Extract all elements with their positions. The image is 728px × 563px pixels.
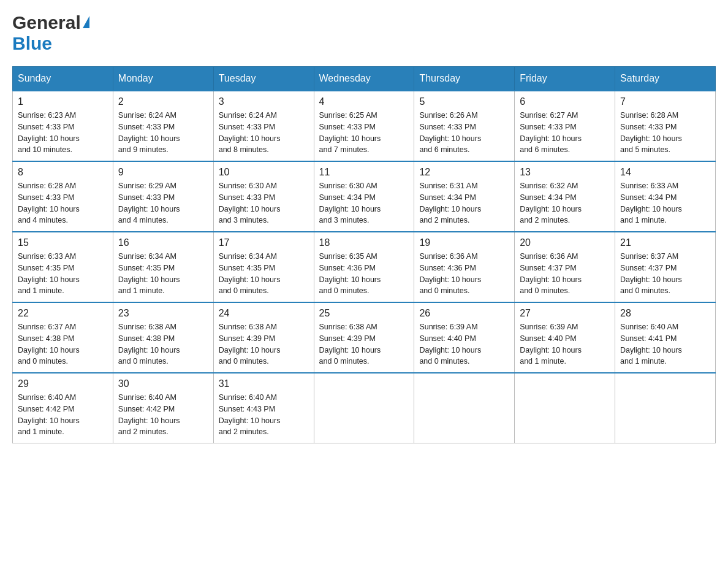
day-number: 3	[219, 96, 309, 107]
day-number: 22	[18, 308, 108, 319]
day-info: Sunrise: 6:27 AMSunset: 4:33 PMDaylight:…	[520, 110, 610, 156]
logo-triangle-icon	[83, 16, 89, 28]
day-number: 17	[219, 237, 309, 248]
day-info: Sunrise: 6:39 AMSunset: 4:40 PMDaylight:…	[520, 321, 610, 367]
page-header: General Blue	[12, 12, 716, 54]
calendar-cell: 5Sunrise: 6:26 AMSunset: 4:33 PMDaylight…	[414, 91, 515, 161]
day-info: Sunrise: 6:34 AMSunset: 4:35 PMDaylight:…	[219, 251, 309, 297]
day-number: 23	[118, 308, 208, 319]
logo-general-text: General	[12, 12, 81, 33]
calendar-cell: 29Sunrise: 6:40 AMSunset: 4:42 PMDayligh…	[13, 373, 113, 443]
day-info: Sunrise: 6:33 AMSunset: 4:34 PMDaylight:…	[620, 180, 710, 226]
day-header-thursday: Thursday	[414, 67, 515, 91]
day-number: 16	[118, 237, 208, 248]
day-info: Sunrise: 6:33 AMSunset: 4:35 PMDaylight:…	[18, 251, 108, 297]
day-info: Sunrise: 6:31 AMSunset: 4:34 PMDaylight:…	[419, 180, 509, 226]
day-info: Sunrise: 6:34 AMSunset: 4:35 PMDaylight:…	[118, 251, 208, 297]
day-number: 31	[219, 378, 309, 389]
calendar-cell: 26Sunrise: 6:39 AMSunset: 4:40 PMDayligh…	[414, 302, 515, 373]
day-header-sunday: Sunday	[13, 67, 113, 91]
calendar-cell: 4Sunrise: 6:25 AMSunset: 4:33 PMDaylight…	[314, 91, 414, 161]
day-number: 15	[18, 237, 108, 248]
calendar-cell	[414, 373, 515, 443]
calendar-cell: 15Sunrise: 6:33 AMSunset: 4:35 PMDayligh…	[13, 232, 113, 302]
day-info: Sunrise: 6:36 AMSunset: 4:36 PMDaylight:…	[419, 251, 509, 297]
calendar-cell: 19Sunrise: 6:36 AMSunset: 4:36 PMDayligh…	[414, 232, 515, 302]
day-header-wednesday: Wednesday	[314, 67, 414, 91]
day-info: Sunrise: 6:38 AMSunset: 4:39 PMDaylight:…	[319, 321, 409, 367]
day-info: Sunrise: 6:25 AMSunset: 4:33 PMDaylight:…	[319, 110, 409, 156]
calendar-cell: 14Sunrise: 6:33 AMSunset: 4:34 PMDayligh…	[615, 161, 716, 232]
calendar-cell: 6Sunrise: 6:27 AMSunset: 4:33 PMDaylight…	[515, 91, 615, 161]
day-info: Sunrise: 6:37 AMSunset: 4:38 PMDaylight:…	[18, 321, 108, 367]
day-number: 13	[520, 167, 610, 178]
day-info: Sunrise: 6:39 AMSunset: 4:40 PMDaylight:…	[419, 321, 509, 367]
day-info: Sunrise: 6:38 AMSunset: 4:38 PMDaylight:…	[118, 321, 208, 367]
day-info: Sunrise: 6:29 AMSunset: 4:33 PMDaylight:…	[118, 180, 208, 226]
calendar-cell: 13Sunrise: 6:32 AMSunset: 4:34 PMDayligh…	[515, 161, 615, 232]
day-number: 29	[18, 378, 108, 389]
calendar-cell: 27Sunrise: 6:39 AMSunset: 4:40 PMDayligh…	[515, 302, 615, 373]
calendar-cell: 28Sunrise: 6:40 AMSunset: 4:41 PMDayligh…	[615, 302, 716, 373]
day-info: Sunrise: 6:40 AMSunset: 4:43 PMDaylight:…	[219, 392, 309, 438]
day-info: Sunrise: 6:40 AMSunset: 4:42 PMDaylight:…	[118, 392, 208, 438]
calendar-header-row: SundayMondayTuesdayWednesdayThursdayFrid…	[13, 67, 716, 91]
day-header-tuesday: Tuesday	[213, 67, 314, 91]
day-header-saturday: Saturday	[615, 67, 716, 91]
day-number: 4	[319, 96, 409, 107]
calendar-cell: 17Sunrise: 6:34 AMSunset: 4:35 PMDayligh…	[213, 232, 314, 302]
day-info: Sunrise: 6:30 AMSunset: 4:33 PMDaylight:…	[219, 180, 309, 226]
week-row-4: 22Sunrise: 6:37 AMSunset: 4:38 PMDayligh…	[13, 302, 716, 373]
day-info: Sunrise: 6:38 AMSunset: 4:39 PMDaylight:…	[219, 321, 309, 367]
day-number: 10	[219, 167, 309, 178]
day-info: Sunrise: 6:28 AMSunset: 4:33 PMDaylight:…	[18, 180, 108, 226]
day-number: 14	[620, 167, 710, 178]
calendar-cell: 7Sunrise: 6:28 AMSunset: 4:33 PMDaylight…	[615, 91, 716, 161]
calendar-cell: 25Sunrise: 6:38 AMSunset: 4:39 PMDayligh…	[314, 302, 414, 373]
day-info: Sunrise: 6:40 AMSunset: 4:42 PMDaylight:…	[18, 392, 108, 438]
calendar-cell: 3Sunrise: 6:24 AMSunset: 4:33 PMDaylight…	[213, 91, 314, 161]
day-info: Sunrise: 6:40 AMSunset: 4:41 PMDaylight:…	[620, 321, 710, 367]
calendar-cell: 23Sunrise: 6:38 AMSunset: 4:38 PMDayligh…	[113, 302, 213, 373]
day-number: 19	[419, 237, 509, 248]
calendar-cell: 11Sunrise: 6:30 AMSunset: 4:34 PMDayligh…	[314, 161, 414, 232]
day-number: 25	[319, 308, 409, 319]
calendar-cell: 9Sunrise: 6:29 AMSunset: 4:33 PMDaylight…	[113, 161, 213, 232]
calendar-cell: 20Sunrise: 6:36 AMSunset: 4:37 PMDayligh…	[515, 232, 615, 302]
calendar-cell: 12Sunrise: 6:31 AMSunset: 4:34 PMDayligh…	[414, 161, 515, 232]
day-info: Sunrise: 6:23 AMSunset: 4:33 PMDaylight:…	[18, 110, 108, 156]
day-number: 27	[520, 308, 610, 319]
calendar-cell: 31Sunrise: 6:40 AMSunset: 4:43 PMDayligh…	[213, 373, 314, 443]
day-number: 28	[620, 308, 710, 319]
day-number: 24	[219, 308, 309, 319]
day-info: Sunrise: 6:28 AMSunset: 4:33 PMDaylight:…	[620, 110, 710, 156]
day-info: Sunrise: 6:30 AMSunset: 4:34 PMDaylight:…	[319, 180, 409, 226]
day-number: 20	[520, 237, 610, 248]
calendar-cell: 24Sunrise: 6:38 AMSunset: 4:39 PMDayligh…	[213, 302, 314, 373]
day-number: 11	[319, 167, 409, 178]
calendar-cell: 30Sunrise: 6:40 AMSunset: 4:42 PMDayligh…	[113, 373, 213, 443]
day-number: 1	[18, 96, 108, 107]
week-row-2: 8Sunrise: 6:28 AMSunset: 4:33 PMDaylight…	[13, 161, 716, 232]
day-number: 8	[18, 167, 108, 178]
day-info: Sunrise: 6:37 AMSunset: 4:37 PMDaylight:…	[620, 251, 710, 297]
day-number: 7	[620, 96, 710, 107]
calendar-cell	[314, 373, 414, 443]
calendar-cell: 18Sunrise: 6:35 AMSunset: 4:36 PMDayligh…	[314, 232, 414, 302]
logo: General Blue	[12, 12, 89, 54]
calendar-cell	[615, 373, 716, 443]
day-number: 2	[118, 96, 208, 107]
day-info: Sunrise: 6:24 AMSunset: 4:33 PMDaylight:…	[118, 110, 208, 156]
day-number: 21	[620, 237, 710, 248]
calendar-cell: 22Sunrise: 6:37 AMSunset: 4:38 PMDayligh…	[13, 302, 113, 373]
day-info: Sunrise: 6:26 AMSunset: 4:33 PMDaylight:…	[419, 110, 509, 156]
day-header-friday: Friday	[515, 67, 615, 91]
calendar-cell: 21Sunrise: 6:37 AMSunset: 4:37 PMDayligh…	[615, 232, 716, 302]
day-header-monday: Monday	[113, 67, 213, 91]
calendar-table: SundayMondayTuesdayWednesdayThursdayFrid…	[12, 66, 716, 443]
day-number: 6	[520, 96, 610, 107]
day-number: 9	[118, 167, 208, 178]
calendar-cell: 1Sunrise: 6:23 AMSunset: 4:33 PMDaylight…	[13, 91, 113, 161]
day-number: 12	[419, 167, 509, 178]
logo-blue-text: Blue	[12, 33, 52, 53]
